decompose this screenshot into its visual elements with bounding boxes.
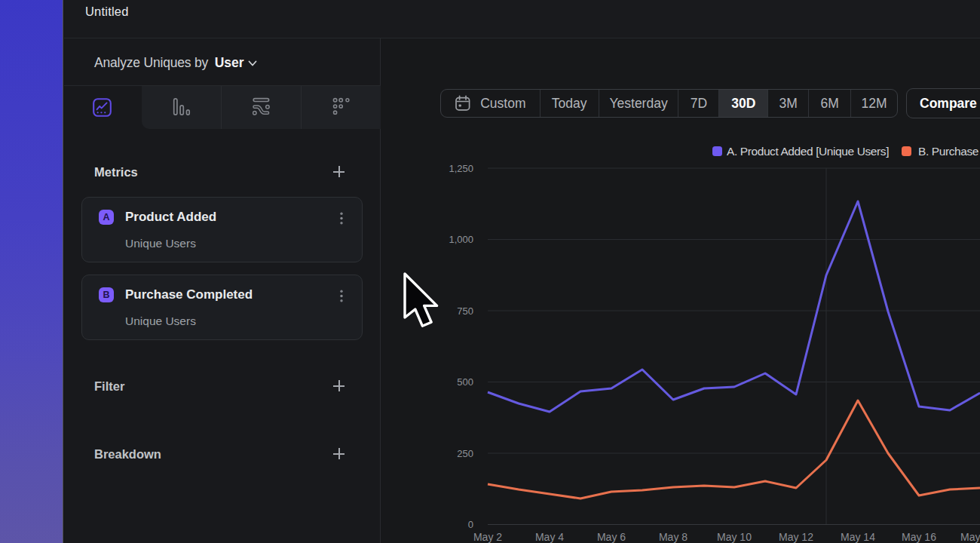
svg-text:1,000: 1,000 xyxy=(449,234,473,245)
svg-text:May 4: May 4 xyxy=(535,531,564,543)
svg-text:May 18: May 18 xyxy=(960,531,980,543)
svg-text:May 10: May 10 xyxy=(717,531,752,543)
svg-text:750: 750 xyxy=(457,305,473,317)
svg-text:250: 250 xyxy=(457,448,473,459)
svg-text:0: 0 xyxy=(468,519,473,530)
svg-text:May 8: May 8 xyxy=(659,531,688,543)
svg-text:May 16: May 16 xyxy=(902,531,936,543)
svg-text:May 14: May 14 xyxy=(841,531,875,543)
svg-text:May 6: May 6 xyxy=(597,531,626,543)
svg-text:May 12: May 12 xyxy=(779,531,813,543)
svg-text:May 2: May 2 xyxy=(473,531,502,543)
svg-text:1,250: 1,250 xyxy=(449,163,473,174)
svg-text:500: 500 xyxy=(457,376,473,388)
